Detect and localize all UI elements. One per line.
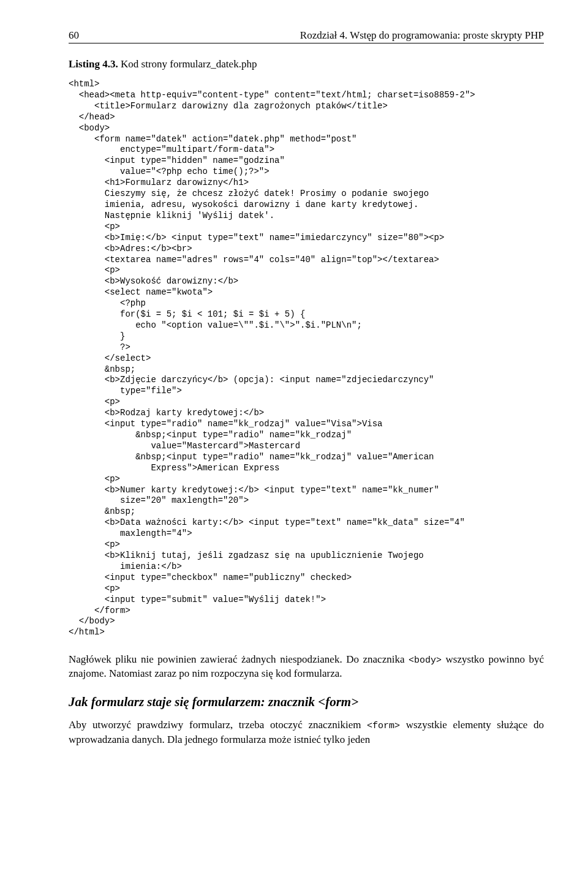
body-paragraph-2: Aby utworzyć prawdziwy formularz, trzeba… [69, 718, 544, 747]
running-header: 60 Rozdział 4. Wstęp do programowania: p… [69, 29, 544, 43]
listing-label: Listing 4.3. [69, 58, 118, 70]
listing-caption: Kod strony formularz_datek.php [121, 58, 257, 70]
inline-code-form: <form> [367, 721, 400, 731]
p1-text-a: Nagłówek pliku nie powinien zawierać żad… [69, 653, 409, 665]
page: 60 Rozdział 4. Wstęp do programowania: p… [0, 0, 588, 791]
listing-heading: Listing 4.3. Kod strony formularz_datek.… [69, 58, 544, 70]
section-heading: Jak formularz staje się formularzem: zna… [69, 694, 544, 710]
code-listing: <html> <head><meta http-equiv="content-t… [69, 79, 544, 638]
inline-code-body: <body> [409, 655, 442, 666]
page-number: 60 [69, 29, 79, 42]
p2-text-a: Aby utworzyć prawdziwy formularz, trzeba… [69, 719, 367, 731]
body-paragraph-1: Nagłówek pliku nie powinien zawierać żad… [69, 653, 544, 681]
chapter-title: Rozdział 4. Wstęp do programowania: pros… [300, 29, 544, 42]
